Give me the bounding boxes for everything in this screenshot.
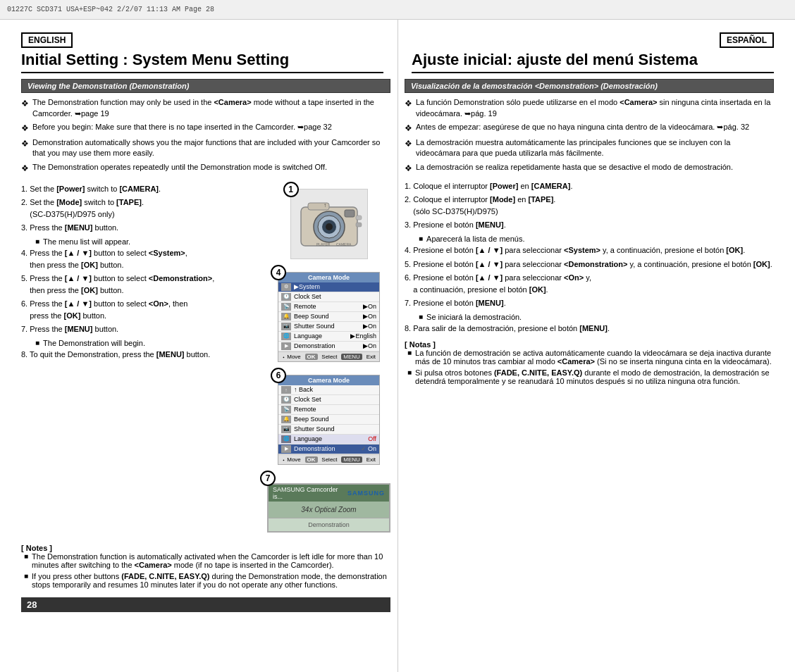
demonstration-label: Demonstration: [308, 521, 350, 528]
menu-footer-6: ⬩ Move OK Select MENU Exit: [278, 454, 379, 464]
language-icon-6: 🌐: [281, 435, 291, 443]
demo-icon-6: ▶: [281, 445, 291, 453]
step-right-3-sub: ■ Aparecerá la lista de menús.: [419, 233, 774, 245]
menu-row-demo: ▶ Demonstration ▶On: [278, 342, 379, 351]
samsung-camcorder-label: SAMSUNG Camcorder is...: [273, 486, 347, 500]
svg-rect-6: [345, 210, 355, 217]
menu-number-6: 6: [271, 368, 286, 383]
back-icon: ↑: [281, 386, 291, 394]
square-bullet-icon-r7: ■: [419, 311, 423, 322]
menu-header-6: Camera Mode: [278, 375, 379, 385]
step-left-6: 6. Press the [▲ / ▼] button to select <O…: [21, 298, 259, 321]
main-title-left: Initial Setting : System Menu Setting: [21, 51, 383, 73]
menu-header-4: Camera Mode: [278, 273, 379, 282]
demo-screen: SAMSUNG Camcorder is... SAMSUNG 34x Opti…: [267, 483, 390, 533]
beep-icon: 🔔: [281, 313, 291, 321]
notes-left: [ Notes ] ■ The Demonstration function i…: [21, 544, 390, 592]
step-right-2: 2. Coloque el interruptor [Mode] en [TAP…: [405, 194, 774, 217]
beep-icon-6: 🔔: [281, 416, 291, 423]
menu-row-demo-6: ▶ Demonstration ✓On: [278, 444, 379, 454]
menu-row-beep: 🔔 Beep Sound ▶On: [278, 312, 379, 322]
note-bullet-icon-r1: ■: [407, 349, 412, 356]
step-right-7-sub: ■ Se iniciará la demostración.: [419, 311, 774, 323]
note-bullet-icon-2: ■: [24, 572, 28, 580]
step-left-3-sub: ■ The menu list will appear.: [35, 236, 259, 248]
samsung-logo: SAMSUNG: [347, 490, 385, 497]
svg-text:PLAYER: PLAYER: [316, 242, 331, 247]
camera-image: PLAYER CAMERA ↑: [290, 189, 368, 259]
print-header: 01227C SCD371 USA+ESP~042 2/2/07 11:13 A…: [0, 0, 795, 20]
step-left-2: 2. Set the [Mode] switch to [TAPE]. (SC-…: [21, 197, 259, 220]
menu-box-6: Camera Mode ↑ ↑ Back 🕐 Clock Set 📡: [278, 375, 380, 465]
step-left-7: 7. Press the [MENU] button.: [21, 323, 259, 335]
menu-row-language: 🌐 Language ▶English: [278, 332, 379, 342]
menu-row-language-6: 🌐 Language Off: [278, 435, 379, 444]
clock-icon-6: 🕐: [281, 396, 291, 404]
step-left-7-sub: ■ The Demonstration will begin.: [35, 337, 259, 349]
menu-number-4: 4: [271, 265, 286, 280]
diamond-icon-2: ❖: [21, 123, 29, 135]
diamond-icon-4: ❖: [21, 163, 29, 175]
page-number: 28: [21, 597, 390, 612]
bullet-left-1: ❖ The Demonstration function may only be…: [21, 97, 390, 119]
system-icon: ⚙: [281, 283, 291, 291]
note-right-2: ■ Si pulsa otros botones (FADE, C.NITE, …: [407, 368, 774, 385]
print-info: 01227C SCD371 USA+ESP~042 2/2/07 11:13 A…: [7, 6, 214, 13]
step-right-3: 3. Presione el botón [MENU].: [405, 219, 774, 231]
menu-row-shutter: 📷 Shutter Sound ▶On: [278, 322, 379, 332]
steps-right: 1. Coloque el interruptor [Power] en [CA…: [405, 180, 774, 335]
square-bullet-icon-r3: ■: [419, 233, 423, 244]
diamond-icon-r3: ❖: [405, 138, 412, 150]
step-left-8: 8. To quit the Demonstration, press the …: [21, 349, 259, 361]
diamond-icon-3: ❖: [21, 138, 29, 150]
note-bullet-icon-1: ■: [24, 552, 28, 560]
step-left-1: 1. Set the [Power] switch to [CAMERA].: [21, 183, 259, 195]
bullets-right: ❖ La función Demonstration sólo puede ut…: [405, 97, 774, 174]
menu-box-4: Camera Mode ⚙ ▶System 🕐 Clock Set 📡: [278, 272, 380, 362]
bullet-right-1: ❖ La función Demonstration sólo puede ut…: [405, 97, 774, 119]
svg-text:CAMERA: CAMERA: [336, 242, 352, 247]
svg-text:↑: ↑: [323, 202, 326, 209]
main-title-right: Ajuste inicial: ajuste del menú Sistema: [412, 51, 774, 73]
note-left-2: ■ If you press other buttons (FADE, C.NI…: [24, 572, 390, 589]
lang-badge-right: ESPAÑOL: [720, 32, 774, 48]
bullet-left-2: ❖ Before you begin: Make sure that there…: [21, 122, 390, 135]
language-icon: 🌐: [281, 332, 291, 340]
shutter-icon: 📷: [281, 323, 291, 330]
menu-row-remote: 📡 Remote ▶On: [278, 302, 379, 312]
demo-content: 34x Optical Zoom: [269, 502, 389, 518]
demo-header: SAMSUNG Camcorder is... SAMSUNG: [269, 485, 389, 502]
steps-left: 1. Set the [Power] switch to [CAMERA]. 2…: [21, 183, 259, 363]
menu-footer-4: ⬩ Move OK Select MENU Exit: [278, 351, 379, 361]
bullet-right-3: ❖ La demostración muestra automáticament…: [405, 137, 774, 159]
step-right-6: 6. Presione el botón [▲ / ▼] para selecc…: [405, 272, 774, 295]
menu-row-back: ↑ ↑ Back: [278, 385, 379, 395]
optical-zoom-label: 34x Optical Zoom: [301, 506, 356, 514]
bullet-right-4: ❖ La demostración se realiza repetidamen…: [405, 162, 774, 175]
menu-row-clockset-6: 🕐 Clock Set: [278, 395, 379, 405]
bullets-left: ❖ The Demonstration function may only be…: [21, 97, 390, 177]
svg-rect-7: [356, 216, 362, 220]
svg-point-4: [326, 223, 333, 230]
clock-icon: 🕐: [281, 293, 291, 301]
section-header-left: Viewing the Demonstration (Demonstration…: [21, 79, 390, 93]
step-left-4: 4. Press the [▲ / ▼] button to select <S…: [21, 247, 259, 270]
step-left-3: 3. Press the [MENU] button.: [21, 222, 259, 234]
step-right-4: 4. Presione el botón [▲ / ▼] para selecc…: [405, 244, 774, 256]
notes-header-right: [ Notas ]: [405, 340, 774, 349]
step-right-7: 7. Presione el botón [MENU].: [405, 297, 774, 309]
diamond-icon-r2: ❖: [405, 123, 412, 135]
bullet-left-3: ❖ Demonstration automatically shows you …: [21, 137, 390, 159]
menu-row-clockset: 🕐 Clock Set: [278, 292, 379, 302]
svg-rect-8: [356, 223, 362, 227]
menu-row-system: ⚙ ▶System: [278, 282, 379, 292]
demo-number-7: 7: [260, 471, 276, 486]
diamond-icon-r4: ❖: [405, 163, 412, 175]
step-right-5: 5. Presione el botón [▲ / ▼] para selecc…: [405, 259, 774, 270]
step-right-8: 8. Para salir de la demostración, presio…: [405, 323, 774, 335]
diamond-icon-r1: ❖: [405, 98, 412, 110]
notes-header-left: [ Notes ]: [21, 544, 390, 552]
demo-footer: Demonstration: [269, 518, 389, 531]
remote-icon-6: 📡: [281, 406, 291, 413]
demo-icon: ▶: [281, 342, 291, 350]
